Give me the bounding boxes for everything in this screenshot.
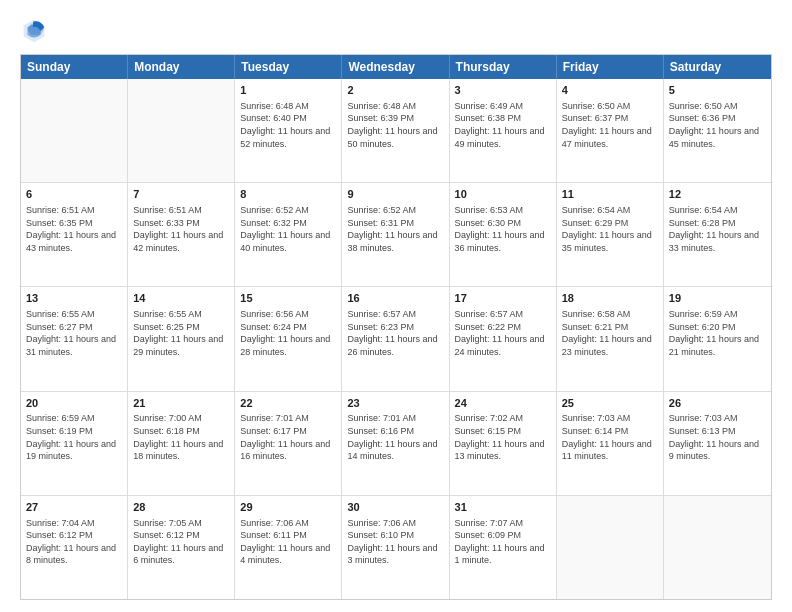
cell-info: Sunrise: 6:58 AMSunset: 6:21 PMDaylight:… <box>562 308 658 358</box>
day-cell-23: 23Sunrise: 7:01 AMSunset: 6:16 PMDayligh… <box>342 392 449 495</box>
day-number: 17 <box>455 291 551 306</box>
header-day-friday: Friday <box>557 55 664 79</box>
day-number: 6 <box>26 187 122 202</box>
empty-cell <box>664 496 771 599</box>
day-number: 5 <box>669 83 766 98</box>
day-cell-26: 26Sunrise: 7:03 AMSunset: 6:13 PMDayligh… <box>664 392 771 495</box>
day-cell-10: 10Sunrise: 6:53 AMSunset: 6:30 PMDayligh… <box>450 183 557 286</box>
day-cell-20: 20Sunrise: 6:59 AMSunset: 6:19 PMDayligh… <box>21 392 128 495</box>
day-cell-30: 30Sunrise: 7:06 AMSunset: 6:10 PMDayligh… <box>342 496 449 599</box>
cell-info: Sunrise: 6:54 AMSunset: 6:28 PMDaylight:… <box>669 204 766 254</box>
day-cell-4: 4Sunrise: 6:50 AMSunset: 6:37 PMDaylight… <box>557 79 664 182</box>
cell-info: Sunrise: 6:52 AMSunset: 6:31 PMDaylight:… <box>347 204 443 254</box>
header-day-thursday: Thursday <box>450 55 557 79</box>
day-cell-24: 24Sunrise: 7:02 AMSunset: 6:15 PMDayligh… <box>450 392 557 495</box>
logo <box>20 16 52 44</box>
day-cell-6: 6Sunrise: 6:51 AMSunset: 6:35 PMDaylight… <box>21 183 128 286</box>
cell-info: Sunrise: 6:50 AMSunset: 6:36 PMDaylight:… <box>669 100 766 150</box>
day-cell-12: 12Sunrise: 6:54 AMSunset: 6:28 PMDayligh… <box>664 183 771 286</box>
day-cell-19: 19Sunrise: 6:59 AMSunset: 6:20 PMDayligh… <box>664 287 771 390</box>
cell-info: Sunrise: 6:48 AMSunset: 6:39 PMDaylight:… <box>347 100 443 150</box>
cell-info: Sunrise: 7:07 AMSunset: 6:09 PMDaylight:… <box>455 517 551 567</box>
cell-info: Sunrise: 6:54 AMSunset: 6:29 PMDaylight:… <box>562 204 658 254</box>
header-day-tuesday: Tuesday <box>235 55 342 79</box>
day-cell-14: 14Sunrise: 6:55 AMSunset: 6:25 PMDayligh… <box>128 287 235 390</box>
day-number: 18 <box>562 291 658 306</box>
day-number: 16 <box>347 291 443 306</box>
day-cell-13: 13Sunrise: 6:55 AMSunset: 6:27 PMDayligh… <box>21 287 128 390</box>
day-number: 25 <box>562 396 658 411</box>
logo-icon <box>20 16 48 44</box>
day-number: 29 <box>240 500 336 515</box>
calendar-row-1: 1Sunrise: 6:48 AMSunset: 6:40 PMDaylight… <box>21 79 771 183</box>
day-number: 30 <box>347 500 443 515</box>
cell-info: Sunrise: 6:57 AMSunset: 6:22 PMDaylight:… <box>455 308 551 358</box>
cell-info: Sunrise: 6:50 AMSunset: 6:37 PMDaylight:… <box>562 100 658 150</box>
header-day-sunday: Sunday <box>21 55 128 79</box>
cell-info: Sunrise: 6:56 AMSunset: 6:24 PMDaylight:… <box>240 308 336 358</box>
cell-info: Sunrise: 6:57 AMSunset: 6:23 PMDaylight:… <box>347 308 443 358</box>
cell-info: Sunrise: 7:03 AMSunset: 6:14 PMDaylight:… <box>562 412 658 462</box>
day-cell-2: 2Sunrise: 6:48 AMSunset: 6:39 PMDaylight… <box>342 79 449 182</box>
cell-info: Sunrise: 7:02 AMSunset: 6:15 PMDaylight:… <box>455 412 551 462</box>
day-number: 24 <box>455 396 551 411</box>
cell-info: Sunrise: 7:01 AMSunset: 6:17 PMDaylight:… <box>240 412 336 462</box>
day-cell-3: 3Sunrise: 6:49 AMSunset: 6:38 PMDaylight… <box>450 79 557 182</box>
day-cell-17: 17Sunrise: 6:57 AMSunset: 6:22 PMDayligh… <box>450 287 557 390</box>
header <box>20 16 772 44</box>
day-number: 11 <box>562 187 658 202</box>
day-cell-11: 11Sunrise: 6:54 AMSunset: 6:29 PMDayligh… <box>557 183 664 286</box>
day-number: 8 <box>240 187 336 202</box>
day-cell-15: 15Sunrise: 6:56 AMSunset: 6:24 PMDayligh… <box>235 287 342 390</box>
cell-info: Sunrise: 6:52 AMSunset: 6:32 PMDaylight:… <box>240 204 336 254</box>
calendar-header: SundayMondayTuesdayWednesdayThursdayFrid… <box>21 55 771 79</box>
day-cell-27: 27Sunrise: 7:04 AMSunset: 6:12 PMDayligh… <box>21 496 128 599</box>
empty-cell <box>128 79 235 182</box>
cell-info: Sunrise: 6:55 AMSunset: 6:27 PMDaylight:… <box>26 308 122 358</box>
day-cell-5: 5Sunrise: 6:50 AMSunset: 6:36 PMDaylight… <box>664 79 771 182</box>
day-number: 10 <box>455 187 551 202</box>
day-cell-7: 7Sunrise: 6:51 AMSunset: 6:33 PMDaylight… <box>128 183 235 286</box>
header-day-wednesday: Wednesday <box>342 55 449 79</box>
day-number: 12 <box>669 187 766 202</box>
day-number: 31 <box>455 500 551 515</box>
day-number: 3 <box>455 83 551 98</box>
cell-info: Sunrise: 6:48 AMSunset: 6:40 PMDaylight:… <box>240 100 336 150</box>
day-cell-9: 9Sunrise: 6:52 AMSunset: 6:31 PMDaylight… <box>342 183 449 286</box>
day-cell-29: 29Sunrise: 7:06 AMSunset: 6:11 PMDayligh… <box>235 496 342 599</box>
day-number: 22 <box>240 396 336 411</box>
day-cell-28: 28Sunrise: 7:05 AMSunset: 6:12 PMDayligh… <box>128 496 235 599</box>
cell-info: Sunrise: 6:51 AMSunset: 6:33 PMDaylight:… <box>133 204 229 254</box>
cell-info: Sunrise: 6:49 AMSunset: 6:38 PMDaylight:… <box>455 100 551 150</box>
cell-info: Sunrise: 6:55 AMSunset: 6:25 PMDaylight:… <box>133 308 229 358</box>
calendar-body: 1Sunrise: 6:48 AMSunset: 6:40 PMDaylight… <box>21 79 771 599</box>
day-number: 21 <box>133 396 229 411</box>
day-number: 4 <box>562 83 658 98</box>
cell-info: Sunrise: 7:04 AMSunset: 6:12 PMDaylight:… <box>26 517 122 567</box>
calendar-row-2: 6Sunrise: 6:51 AMSunset: 6:35 PMDaylight… <box>21 183 771 287</box>
day-number: 26 <box>669 396 766 411</box>
cell-info: Sunrise: 7:06 AMSunset: 6:11 PMDaylight:… <box>240 517 336 567</box>
calendar: SundayMondayTuesdayWednesdayThursdayFrid… <box>20 54 772 600</box>
day-cell-1: 1Sunrise: 6:48 AMSunset: 6:40 PMDaylight… <box>235 79 342 182</box>
day-number: 9 <box>347 187 443 202</box>
calendar-row-5: 27Sunrise: 7:04 AMSunset: 6:12 PMDayligh… <box>21 496 771 599</box>
calendar-row-3: 13Sunrise: 6:55 AMSunset: 6:27 PMDayligh… <box>21 287 771 391</box>
calendar-row-4: 20Sunrise: 6:59 AMSunset: 6:19 PMDayligh… <box>21 392 771 496</box>
cell-info: Sunrise: 7:01 AMSunset: 6:16 PMDaylight:… <box>347 412 443 462</box>
cell-info: Sunrise: 7:00 AMSunset: 6:18 PMDaylight:… <box>133 412 229 462</box>
day-number: 2 <box>347 83 443 98</box>
empty-cell <box>21 79 128 182</box>
empty-cell <box>557 496 664 599</box>
day-number: 28 <box>133 500 229 515</box>
day-cell-25: 25Sunrise: 7:03 AMSunset: 6:14 PMDayligh… <box>557 392 664 495</box>
day-number: 20 <box>26 396 122 411</box>
day-cell-21: 21Sunrise: 7:00 AMSunset: 6:18 PMDayligh… <box>128 392 235 495</box>
cell-info: Sunrise: 6:59 AMSunset: 6:19 PMDaylight:… <box>26 412 122 462</box>
day-number: 13 <box>26 291 122 306</box>
header-day-saturday: Saturday <box>664 55 771 79</box>
day-cell-8: 8Sunrise: 6:52 AMSunset: 6:32 PMDaylight… <box>235 183 342 286</box>
header-day-monday: Monday <box>128 55 235 79</box>
cell-info: Sunrise: 7:05 AMSunset: 6:12 PMDaylight:… <box>133 517 229 567</box>
day-number: 14 <box>133 291 229 306</box>
